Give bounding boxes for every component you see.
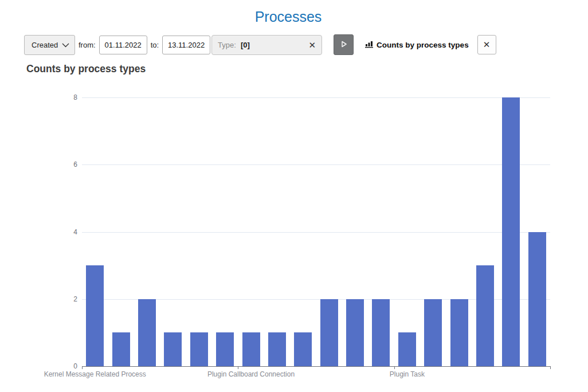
bar[interactable] (242, 332, 260, 366)
y-axis-label: 0 (54, 362, 77, 370)
x-axis-tick (238, 366, 238, 369)
bar[interactable] (450, 299, 468, 366)
x-axis-label: Plugin Callboard Connection (182, 370, 320, 378)
bar[interactable] (372, 299, 390, 366)
bar[interactable] (112, 332, 130, 366)
x-axis-label: Kernel Message Related Process (26, 370, 164, 378)
x-axis-label: Plugin Task (338, 370, 476, 378)
bar[interactable] (138, 299, 156, 366)
x-axis-line (82, 366, 551, 367)
bar[interactable] (398, 332, 416, 366)
bar[interactable] (164, 332, 182, 366)
gridline (82, 232, 550, 233)
bar[interactable] (190, 332, 208, 366)
bar[interactable] (86, 265, 104, 366)
y-axis-label: 8 (54, 93, 77, 101)
y-axis-label: 4 (54, 228, 77, 236)
bar[interactable] (346, 299, 364, 366)
gridline (82, 164, 550, 165)
chart-canvas: 02468Kernel Message Related ProcessPlugi… (0, 0, 588, 392)
bar[interactable] (320, 299, 338, 366)
y-axis-label: 2 (54, 295, 77, 303)
gridline (82, 97, 550, 98)
bar[interactable] (268, 332, 286, 366)
x-axis-tick (550, 366, 551, 369)
x-axis-tick (82, 366, 83, 369)
bar[interactable] (294, 332, 312, 366)
bar[interactable] (476, 265, 494, 366)
x-axis-tick (394, 366, 395, 369)
bar[interactable] (528, 232, 546, 367)
bar[interactable] (502, 97, 520, 366)
bar[interactable] (216, 332, 234, 366)
bar[interactable] (424, 299, 442, 366)
y-axis-label: 6 (54, 160, 77, 168)
